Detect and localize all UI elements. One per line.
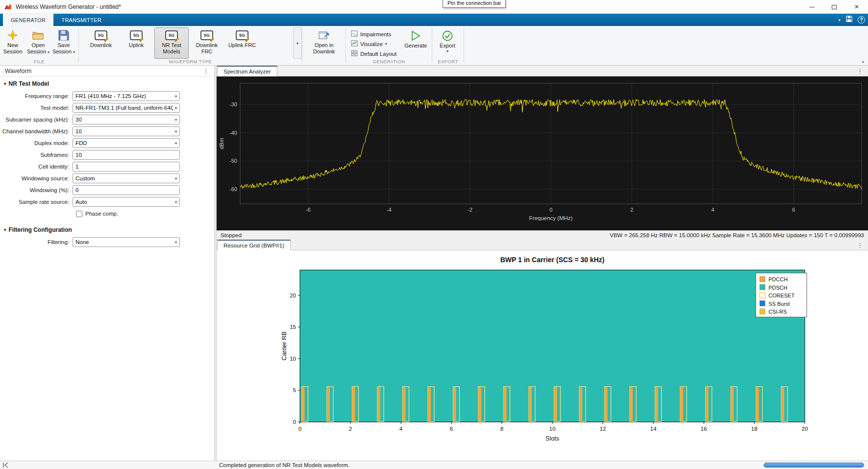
svg-text:-50: -50	[229, 158, 237, 164]
quick-access-chevron-icon[interactable]: ▾	[838, 18, 841, 23]
save-icon[interactable]	[845, 15, 853, 25]
export-button[interactable]: Export ▾	[432, 27, 463, 53]
sample-rate-source-select[interactable]: Auto ▾	[73, 197, 180, 207]
chevron-down-icon: ▾	[175, 106, 177, 110]
button-label: Downlink	[313, 49, 335, 55]
export-group-label: EXPORT	[432, 59, 464, 64]
toolstrip: New Session Open Session ▾ Save Session …	[0, 26, 868, 66]
select-value: None	[75, 239, 173, 245]
status-message: Completed generation of NR Test Models w…	[219, 462, 349, 468]
svg-text:20: 20	[802, 426, 808, 432]
window-controls: ✕	[800, 0, 868, 14]
subcarrier-spacing-select[interactable]: 30 ▾	[73, 115, 180, 124]
subframes-input[interactable]	[75, 152, 177, 158]
generate-button[interactable]: Generate	[400, 27, 431, 57]
duplex-mode-select[interactable]: FDD ▾	[73, 138, 180, 148]
tab-spectrum-analyzer[interactable]: Spectrum Analyzer	[217, 66, 277, 76]
field-windowing-source: Windowing source: Custom ▾	[0, 173, 214, 184]
chevron-down-icon: ▾	[175, 129, 177, 134]
save-floppy-icon	[58, 29, 69, 42]
section-title: NR Test Model	[9, 80, 49, 87]
section-collapse-icon: ▾	[4, 227, 6, 232]
frequency-range-select[interactable]: FR1 (410 MHz - 7.125 GHz) ▾	[73, 91, 180, 101]
generate-play-icon	[410, 29, 421, 42]
open-in-downlink-button[interactable]: Open in Downlink	[304, 27, 344, 59]
svg-text:BWP 1 in Carrier (SCS = 30 kHz: BWP 1 in Carrier (SCS = 30 kHz)	[500, 256, 605, 264]
button-label: Open	[32, 42, 45, 49]
svg-text:-40: -40	[229, 130, 237, 136]
tab-generator[interactable]: GENERATOR	[3, 14, 53, 26]
field-label: Sample rate source:	[0, 199, 73, 205]
field-label: Filtering:	[0, 239, 73, 245]
impairments-button[interactable]: Impairments	[351, 30, 397, 38]
kebab-menu-icon[interactable]: ⋮	[857, 68, 863, 75]
field-label: Test model:	[0, 105, 73, 111]
svg-text:PDSCH: PDSCH	[769, 285, 788, 291]
close-button[interactable]: ✕	[845, 0, 868, 14]
panel-title: Waveform	[5, 68, 31, 74]
svg-text:12: 12	[600, 426, 606, 432]
save-session-button[interactable]: Save Session ▾	[51, 27, 76, 59]
svg-text:10: 10	[549, 426, 556, 432]
button-label: Uplink FRC	[228, 42, 256, 49]
waveform-uplink-button[interactable]: 5G Uplink	[119, 27, 153, 59]
svg-text:Carrier RB: Carrier RB	[281, 331, 288, 360]
item-label: Impairments	[360, 31, 391, 37]
waveform-gallery: 5G Downlink 5G Uplink 5G NR Test Models …	[79, 27, 302, 59]
section-nr-test-model[interactable]: ▾ NR Test Model	[4, 80, 214, 87]
field-label: Windowing (%):	[0, 187, 73, 193]
svg-text:Slots: Slots	[546, 435, 559, 442]
generation-items: Impairments Visualize ▾ Default Layout	[346, 27, 400, 57]
tab-resource-grid[interactable]: Resource Grid (BWP#1)	[217, 240, 291, 250]
chevron-down-icon: ▾	[385, 42, 387, 46]
svg-text:PDCCH: PDCCH	[769, 276, 788, 282]
waveform-gallery-expand-button[interactable]: ▾	[293, 27, 302, 59]
button-label: NR Test	[162, 42, 181, 49]
spectrum-chart: -30-40-50-60-6-4-20246Frequency (MHz)dBm	[217, 76, 868, 230]
default-layout-icon	[351, 50, 358, 57]
phase-comp-checkbox[interactable]	[76, 211, 82, 217]
field-label: Duplex mode:	[0, 140, 73, 146]
section-filtering-configuration[interactable]: ▾ Filtering Configuration	[4, 226, 214, 233]
select-value: Custom	[75, 175, 173, 181]
chevron-down-icon: ▾	[48, 50, 50, 54]
group-separator	[464, 28, 464, 62]
waveform-uplink-frc-button[interactable]: 5G Uplink FRC	[225, 27, 259, 59]
impairments-icon	[351, 30, 358, 38]
5g-waveform-icon: 5G	[200, 30, 213, 40]
file-group: New Session Open Session ▾ Save Session …	[0, 26, 78, 65]
chevron-down-icon: ▾	[446, 49, 448, 53]
svg-text:-2: -2	[468, 207, 472, 213]
minimize-icon	[809, 7, 815, 7]
windowing-pct-input[interactable]	[75, 187, 177, 193]
windowing-source-select[interactable]: Custom ▾	[73, 173, 180, 183]
chevron-down-icon: ▾	[175, 94, 177, 99]
pane-collapse-icon[interactable]	[2, 462, 9, 468]
help-icon[interactable]: ?	[858, 16, 865, 24]
new-session-button[interactable]: New Session	[0, 27, 25, 59]
visualize-button[interactable]: Visualize ▾	[351, 40, 397, 48]
filtering-select[interactable]: None ▾	[73, 237, 180, 247]
svg-text:6: 6	[792, 207, 795, 213]
tab-transmitter[interactable]: TRANSMITTER	[53, 14, 109, 26]
button-label: Save	[57, 42, 70, 49]
kebab-menu-icon[interactable]: ⋮	[857, 242, 863, 249]
maximize-button[interactable]	[823, 0, 845, 14]
field-frequency-range: Frequency range: FR1 (410 MHz - 7.125 GH…	[0, 90, 214, 102]
minimize-button[interactable]	[800, 0, 823, 14]
channel-bandwidth-select[interactable]: 10 ▾	[73, 126, 180, 136]
cell-identity-input[interactable]	[75, 164, 177, 170]
kebab-menu-icon[interactable]: ⋮	[203, 67, 209, 74]
waveform-downlink-button[interactable]: 5G Downlink	[84, 27, 118, 59]
waveform-downlink-frc-button[interactable]: 5G Downlink FRC	[190, 27, 224, 59]
export-group: Export ▾ EXPORT	[432, 26, 464, 65]
new-session-icon	[7, 29, 18, 42]
collapse-toolstrip-icon[interactable]: ▴	[862, 59, 864, 64]
default-layout-button[interactable]: Default Layout	[351, 50, 397, 57]
field-windowing-pct: Windowing (%):	[0, 184, 214, 196]
visualize-icon	[351, 40, 358, 48]
test-model-select[interactable]: NR-FR1-TM3.1 (Full band, uniform 64Q... …	[73, 103, 180, 113]
waveform-nr-test-models-button[interactable]: 5G NR Test Models	[154, 27, 189, 59]
progress-bar	[764, 463, 864, 468]
open-session-button[interactable]: Open Session ▾	[25, 27, 51, 59]
